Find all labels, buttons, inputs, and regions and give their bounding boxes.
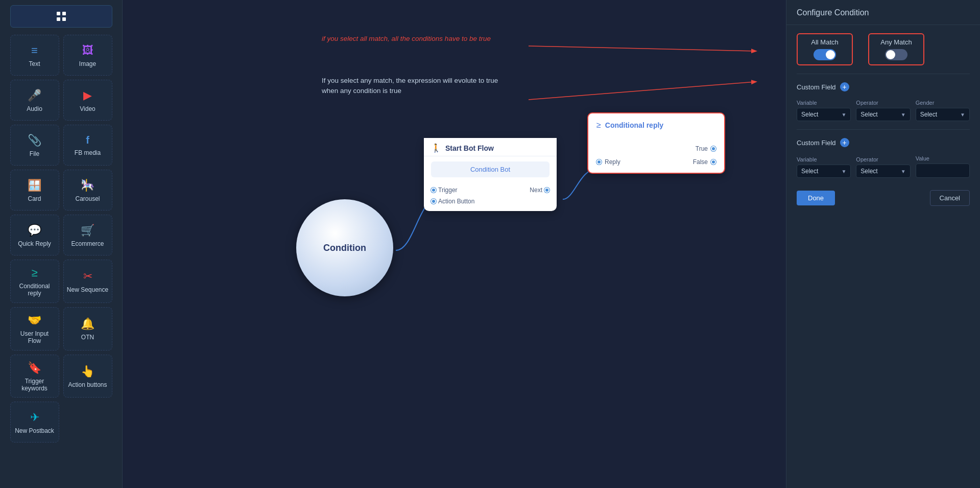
reply-left-port[interactable] (596, 159, 602, 165)
sidebar-item-label: Image (79, 60, 96, 67)
sidebar-item-label: OTN (81, 334, 94, 341)
sidebar-item-carousel[interactable]: 🎠 Carousel (63, 170, 112, 211)
gender-field-group: Gender Select ▼ (916, 100, 970, 121)
value-label: Value (916, 155, 970, 161)
card-icon: 🪟 (28, 179, 41, 192)
any-match-toggle[interactable] (885, 49, 907, 60)
action-buttons-icon: 👆 (81, 365, 94, 378)
sidebar-item-fb-media[interactable]: f FB media (63, 125, 112, 166)
sidebar-item-label: File (30, 150, 39, 157)
sidebar-item-video[interactable]: ▶ Video (63, 80, 112, 121)
custom-field-label-2: Custom Field (797, 139, 836, 147)
sidebar-logo-button[interactable] (10, 5, 112, 28)
sidebar-item-otn[interactable]: 🔔 OTN (63, 307, 112, 351)
conditional-reply-icon: ≥ (31, 266, 37, 280)
gender-select-arrow: ▼ (960, 112, 965, 118)
sidebar-item-conditional-reply[interactable]: ≥ Conditional reply (10, 260, 59, 303)
next-label: Next (530, 187, 549, 194)
false-port[interactable] (711, 159, 716, 165)
trigger-row: Trigger Next (431, 187, 549, 194)
cancel-button[interactable]: Cancel (930, 190, 970, 206)
done-button[interactable]: Done (797, 191, 835, 205)
sidebar-item-label: User Input Flow (14, 330, 56, 345)
divider-1 (797, 74, 970, 74)
condition-node[interactable]: Condition (296, 199, 393, 296)
variable-select-2[interactable]: Select ▼ (797, 165, 851, 178)
image-icon: 🖼 (82, 44, 93, 57)
action-button-label: Action Button (431, 198, 474, 205)
sidebar-item-label: New Postback (15, 427, 54, 434)
cr-true-row: True (596, 145, 716, 152)
sidebar-item-quick-reply[interactable]: 💬 Quick Reply (10, 215, 59, 255)
sidebar-item-new-postback[interactable]: ✈ New Postback (10, 402, 59, 443)
trigger-keywords-icon: 🔖 (28, 361, 41, 375)
carousel-icon: 🎠 (81, 179, 94, 192)
svg-line-5 (529, 82, 756, 100)
gender-select[interactable]: Select ▼ (916, 108, 970, 121)
trigger-left-port[interactable] (431, 188, 436, 193)
sidebar-item-label: Quick Reply (18, 240, 51, 247)
cr-true-right: True (696, 145, 716, 152)
all-match-knob (826, 50, 835, 59)
sidebar-item-audio[interactable]: 🎤 Audio (10, 80, 59, 121)
true-port[interactable] (711, 146, 716, 151)
next-right-port[interactable] (544, 188, 549, 193)
otn-icon: 🔔 (81, 317, 94, 331)
sidebar: ≡ Text 🖼 Image 🎤 Audio ▶ Video 📎 File f … (0, 0, 123, 488)
add-custom-field-button-1[interactable]: + (840, 82, 849, 91)
video-icon: ▶ (83, 89, 92, 102)
audio-icon: 🎤 (28, 89, 41, 102)
sidebar-item-action-buttons[interactable]: 👆 Action buttons (63, 355, 112, 398)
operator-label-2: Operator (856, 156, 910, 162)
operator-select-arrow-2: ▼ (901, 169, 906, 174)
sidebar-item-user-input-flow[interactable]: 🤝 User Input Flow (10, 307, 59, 351)
any-match-label: Any Match (880, 38, 912, 46)
svg-rect-0 (57, 12, 60, 15)
value-input[interactable] (916, 164, 970, 178)
operator-field-group-2: Operator Select ▼ (856, 156, 910, 178)
variable-select-arrow-1: ▼ (841, 112, 846, 118)
cr-header: ≥ Conditional reply (596, 121, 716, 130)
sidebar-item-label: Conditional reply (14, 283, 56, 297)
custom-field-row-2: Custom Field + (797, 138, 970, 147)
sidebar-item-text[interactable]: ≡ Text (10, 35, 59, 76)
svg-line-4 (529, 46, 756, 51)
right-panel-body: All Match Any Match Custom Field + Varia… (786, 25, 980, 214)
action-button-row: Action Button (431, 198, 549, 205)
sidebar-item-file[interactable]: 📎 File (10, 125, 59, 166)
operator-select-arrow-1: ▼ (901, 112, 906, 118)
bot-flow-header: 🚶 Start Bot Flow (424, 138, 557, 156)
right-panel: Configure Condition All Match Any Match … (786, 0, 980, 488)
sidebar-item-trigger-keywords[interactable]: 🔖 Trigger keywords (10, 355, 59, 398)
action-button-port[interactable] (431, 199, 436, 204)
text-icon: ≡ (31, 44, 38, 57)
operator-select-2[interactable]: Select ▼ (856, 165, 910, 178)
new-sequence-icon: ✂ (83, 270, 92, 283)
cr-title: Conditional reply (605, 121, 663, 129)
cr-reply-false-row: Reply False (596, 158, 716, 166)
cr-reply-left: Reply (596, 158, 620, 166)
main-canvas: if you select all match, all the conditi… (123, 0, 786, 488)
gender-label: Gender (916, 100, 970, 106)
annotation-any-match: If you select any match, the expression … (322, 76, 506, 97)
any-match-group: Any Match (868, 33, 924, 65)
operator-select-1[interactable]: Select ▼ (856, 108, 910, 121)
all-match-toggle[interactable] (814, 49, 836, 60)
condition-bot-button[interactable]: Condition Bot (431, 161, 549, 177)
sidebar-item-ecommerce[interactable]: 🛒 Ecommerce (63, 215, 112, 255)
sidebar-item-card[interactable]: 🪟 Card (10, 170, 59, 211)
variable-select-arrow-2: ▼ (841, 169, 846, 174)
variable-select-1[interactable]: Select ▼ (797, 108, 851, 121)
sidebar-items-grid: ≡ Text 🖼 Image 🎤 Audio ▶ Video 📎 File f … (10, 35, 112, 443)
sidebar-item-label: Video (80, 105, 95, 112)
bot-flow-title: Start Bot Flow (445, 144, 494, 152)
sidebar-item-label: Card (28, 195, 41, 202)
variable-label-2: Variable (797, 156, 851, 162)
condition-fields-row-2: Variable Select ▼ Operator Select ▼ Valu… (797, 155, 970, 178)
sidebar-item-image[interactable]: 🖼 Image (63, 35, 112, 76)
add-custom-field-button-2[interactable]: + (840, 138, 849, 147)
sidebar-item-label: FB media (75, 149, 101, 156)
user-input-flow-icon: 🤝 (28, 314, 41, 327)
sidebar-item-label: Text (29, 60, 40, 67)
sidebar-item-new-sequence[interactable]: ✂ New Sequence (63, 260, 112, 303)
